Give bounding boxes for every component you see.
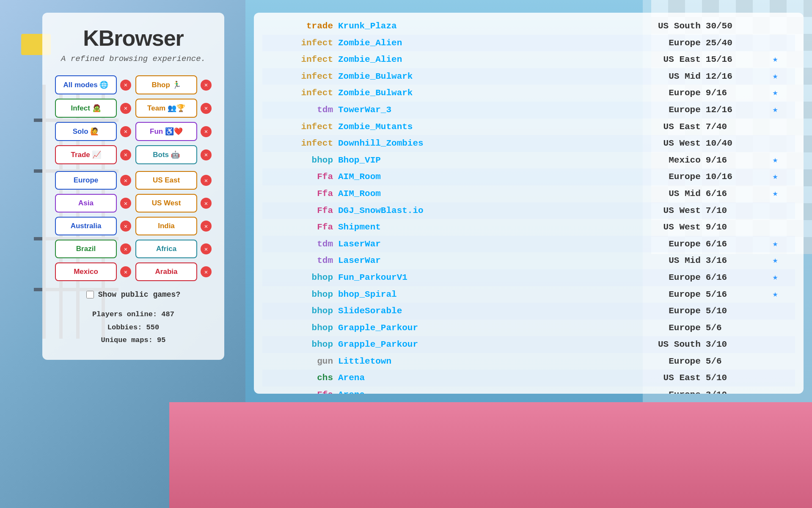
region-india-remove[interactable]: ✕ bbox=[201, 221, 212, 232]
server-map: TowerWar_3 bbox=[336, 102, 603, 119]
server-region: US Mid bbox=[603, 252, 703, 269]
server-row[interactable]: chs Arena US East 5/10 bbox=[262, 370, 795, 387]
filter-bots[interactable]: Bots 🤖 bbox=[135, 145, 197, 164]
region-asia-remove[interactable]: ✕ bbox=[120, 198, 131, 209]
server-row[interactable]: infect Zombie_Bulwark US Mid 12/16 ★ bbox=[262, 68, 795, 85]
server-map: AIM_Room bbox=[336, 168, 603, 185]
server-players: 10/40 bbox=[703, 135, 770, 152]
app-title: KBrowser bbox=[83, 25, 184, 51]
server-map: Littletown bbox=[336, 353, 603, 370]
region-mexico-remove[interactable]: ✕ bbox=[120, 266, 131, 277]
server-row[interactable]: Ffa AIM_Room US Mid 6/16 ★ bbox=[262, 185, 795, 202]
filter-fun-remove[interactable]: ✕ bbox=[201, 126, 212, 137]
server-mode: tdm bbox=[262, 236, 336, 253]
filter-bhop-remove[interactable]: ✕ bbox=[201, 80, 212, 91]
filter-fun[interactable]: Fun ♿❤️ bbox=[135, 122, 197, 141]
server-row[interactable]: Ffa Shipment US West 9/10 bbox=[262, 219, 795, 236]
filter-all-modes[interactable]: All modes 🌐 bbox=[55, 75, 117, 94]
server-row[interactable]: bhop bhop_Spiral Europe 5/16 ★ bbox=[262, 286, 795, 303]
region-australia-remove[interactable]: ✕ bbox=[120, 221, 131, 232]
filter-infect-remove[interactable]: ✕ bbox=[120, 103, 131, 114]
server-row[interactable]: bhop Grapple_Parkour Europe 5/6 bbox=[262, 320, 795, 337]
server-region: Europe bbox=[603, 303, 703, 320]
server-row[interactable]: Ffa DGJ_SnowBlast.io US West 7/10 bbox=[262, 202, 795, 219]
server-row[interactable]: gun Littletown Europe 5/6 bbox=[262, 353, 795, 370]
server-row[interactable]: Ffa AIM_Room Europe 10/16 ★ bbox=[262, 168, 795, 185]
server-row[interactable]: infect Zombie_Bulwark Europe 9/16 ★ bbox=[262, 85, 795, 102]
region-europe-remove[interactable]: ✕ bbox=[120, 175, 131, 186]
server-players: 10/16 bbox=[703, 168, 770, 185]
region-us-east-remove[interactable]: ✕ bbox=[201, 175, 212, 186]
server-row[interactable]: infect Zombie_Alien US East 15/16 ★ bbox=[262, 51, 795, 68]
region-row-us-east: US East ✕ bbox=[135, 171, 212, 190]
region-row-arabia: Arabia ✕ bbox=[135, 262, 212, 281]
server-region: Europe bbox=[603, 353, 703, 370]
server-map: LaserWar bbox=[336, 252, 603, 269]
region-africa[interactable]: Africa bbox=[135, 240, 197, 258]
filter-bots-remove[interactable]: ✕ bbox=[201, 149, 212, 160]
show-public-checkbox[interactable] bbox=[86, 291, 94, 298]
filter-row-solo: Solo 🙋 ✕ bbox=[55, 122, 131, 141]
filter-row-trade: Trade 📈 ✕ bbox=[55, 145, 131, 164]
server-region: Europe bbox=[603, 269, 703, 286]
server-star bbox=[770, 135, 795, 152]
server-star: ★ bbox=[770, 185, 795, 202]
server-map: Zombie_Bulwark bbox=[336, 68, 603, 85]
region-india[interactable]: India bbox=[135, 217, 197, 235]
filter-solo-remove[interactable]: ✕ bbox=[120, 126, 131, 137]
server-row[interactable]: bhop Bhop_VIP Mexico 9/16 ★ bbox=[262, 152, 795, 169]
server-mode: infect bbox=[262, 119, 336, 135]
server-region: Europe bbox=[603, 236, 703, 253]
server-row[interactable]: infect Downhill_Zombies US West 10/40 bbox=[262, 135, 795, 152]
server-row[interactable]: infect Zombie_Alien Europe 25/40 bbox=[262, 35, 795, 52]
filter-trade-remove[interactable]: ✕ bbox=[120, 149, 131, 160]
server-star: ★ bbox=[770, 236, 795, 253]
region-europe[interactable]: Europe bbox=[55, 171, 117, 190]
server-row[interactable]: bhop Fun_ParkourV1 Europe 6/16 ★ bbox=[262, 269, 795, 286]
app-subtitle: A refined browsing experience. bbox=[61, 54, 206, 64]
server-star bbox=[770, 336, 795, 353]
server-row[interactable]: bhop Grapple_Parkour US South 3/10 bbox=[262, 336, 795, 353]
region-arabia[interactable]: Arabia bbox=[135, 262, 197, 281]
filter-all-modes-remove[interactable]: ✕ bbox=[120, 80, 131, 91]
server-map: DGJ_SnowBlast.io bbox=[336, 202, 603, 219]
filter-bhop[interactable]: Bhop 🏃‍♂️ bbox=[135, 75, 197, 94]
region-brazil-remove[interactable]: ✕ bbox=[120, 243, 131, 254]
region-africa-remove[interactable]: ✕ bbox=[201, 243, 212, 254]
server-mode: Ffa bbox=[262, 202, 336, 219]
region-us-west-remove[interactable]: ✕ bbox=[201, 198, 212, 209]
lobbies-stat: Lobbies: 550 bbox=[92, 321, 174, 334]
server-map: bhop_Spiral bbox=[336, 286, 603, 303]
filter-infect[interactable]: Infect 🧟 bbox=[55, 99, 117, 118]
region-asia[interactable]: Asia bbox=[55, 194, 117, 213]
server-region: Europe bbox=[603, 35, 703, 52]
region-australia[interactable]: Australia bbox=[55, 217, 117, 235]
server-row[interactable]: trade Krunk_Plaza US South 30/50 bbox=[262, 18, 795, 35]
filter-team-remove[interactable]: ✕ bbox=[201, 103, 212, 114]
filter-trade[interactable]: Trade 📈 bbox=[55, 145, 117, 164]
region-brazil[interactable]: Brazil bbox=[55, 240, 117, 258]
server-mode: infect bbox=[262, 85, 336, 102]
server-row[interactable]: Ffa Arena Europe 3/10 bbox=[262, 387, 795, 394]
region-arabia-remove[interactable]: ✕ bbox=[201, 266, 212, 277]
filter-row-bhop: Bhop 🏃‍♂️ ✕ bbox=[135, 75, 212, 94]
region-mexico[interactable]: Mexico bbox=[55, 262, 117, 281]
left-panel: KBrowser A refined browsing experience. … bbox=[42, 13, 224, 360]
filter-solo[interactable]: Solo 🙋 bbox=[55, 122, 117, 141]
unique-maps-stat: Unique maps: 95 bbox=[92, 334, 174, 347]
server-table: trade Krunk_Plaza US South 30/50 infect … bbox=[262, 18, 795, 394]
server-players: 9/10 bbox=[703, 219, 770, 236]
server-row[interactable]: tdm LaserWar US Mid 3/16 ★ bbox=[262, 252, 795, 269]
server-players: 9/16 bbox=[703, 152, 770, 169]
filter-team[interactable]: Team 👥🏆 bbox=[135, 99, 197, 118]
server-star bbox=[770, 35, 795, 52]
server-row[interactable]: tdm LaserWar Europe 6/16 ★ bbox=[262, 236, 795, 253]
server-row[interactable]: infect Zombie_Mutants US East 7/40 bbox=[262, 119, 795, 135]
server-row[interactable]: bhop SlideSorable Europe 5/10 bbox=[262, 303, 795, 320]
region-us-west[interactable]: US West bbox=[135, 194, 197, 213]
server-region: US East bbox=[603, 51, 703, 68]
server-row[interactable]: tdm TowerWar_3 Europe 12/16 ★ bbox=[262, 102, 795, 119]
server-map: SlideSorable bbox=[336, 303, 603, 320]
server-mode: tdm bbox=[262, 252, 336, 269]
region-us-east[interactable]: US East bbox=[135, 171, 197, 190]
